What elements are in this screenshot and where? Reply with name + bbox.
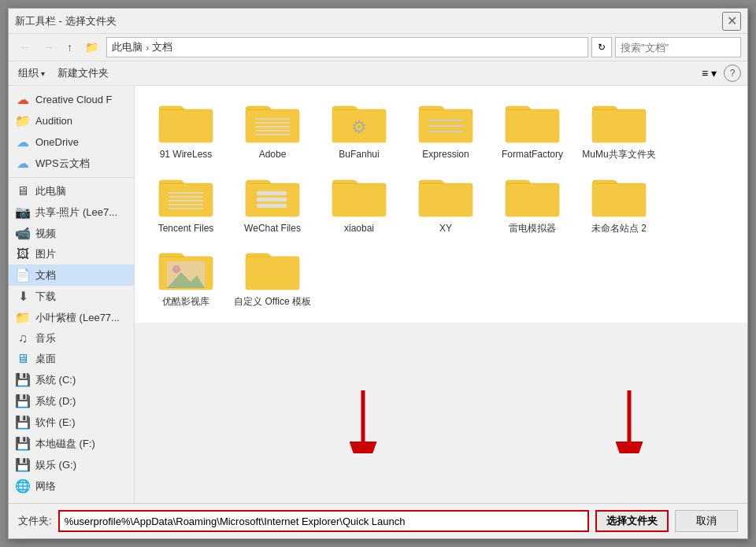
sidebar-item-creative-cloud[interactable]: ☁Creative Cloud F xyxy=(9,89,134,110)
svg-rect-36 xyxy=(419,188,472,216)
file-picker-dialog: 新工具栏 - 选择文件夹 ✕ ← → ↑ 📁 此电脑 › 文档 ↻ 🔍 组织 ▾… xyxy=(8,8,748,539)
folder-icon-f12 xyxy=(591,174,647,220)
address-folder: 文档 xyxy=(152,40,172,54)
audition-icon: 📁 xyxy=(15,113,31,128)
bottom-bar: 文件夹: 选择文件夹 取消 xyxy=(9,503,747,538)
folder-input[interactable] xyxy=(58,510,589,532)
wps-cloud-icon: ☁ xyxy=(15,156,31,171)
file-item-f7[interactable]: Tencent Files xyxy=(143,168,229,242)
local-f-icon: 💾 xyxy=(15,436,31,451)
sidebar-item-wps-cloud[interactable]: ☁WPS云文档 xyxy=(9,153,134,174)
file-label-f5: FormatFactory xyxy=(502,149,563,161)
dialog-title: 新工具栏 - 选择文件夹 xyxy=(15,14,117,28)
svg-rect-40 xyxy=(592,188,646,216)
folder-label: 文件夹: xyxy=(18,514,52,528)
this-pc-icon: 🖥 xyxy=(15,184,31,198)
svg-rect-34 xyxy=(332,188,386,216)
svg-rect-30 xyxy=(257,191,287,195)
organize-dropdown-arrow: ▾ xyxy=(41,69,45,78)
sidebar-item-local-f[interactable]: 💾本地磁盘 (F:) xyxy=(9,433,134,454)
file-item-f2[interactable]: Adobe xyxy=(229,94,316,168)
sidebar-item-software-e[interactable]: 💾软件 (E:) xyxy=(9,412,134,433)
file-item-f6[interactable]: MuMu共享文件夹 xyxy=(576,94,662,168)
sidebar-item-desktop[interactable]: 🖥桌面 xyxy=(9,349,134,369)
video-icon: 📹 xyxy=(15,226,31,241)
downloads-icon: ⬇ xyxy=(15,289,31,304)
sidebar-item-system-c[interactable]: 💾系统 (C:) xyxy=(9,369,134,390)
sidebar-item-onedrive[interactable]: ☁OneDrive xyxy=(9,131,134,153)
sidebar-label-audition: Audition xyxy=(35,115,72,127)
file-area-wrapper: 91 WireLess Adobe ⚙ BuFanhui xyxy=(135,86,747,503)
back-button[interactable]: ← xyxy=(15,39,35,56)
file-item-f4[interactable]: Expression xyxy=(402,94,489,168)
help-button[interactable]: ? xyxy=(724,65,741,82)
file-item-f13[interactable]: 优酷影视库 xyxy=(143,241,229,315)
sidebar-item-xiaoyezi[interactable]: 📁小叶紫檀 (Lee77... xyxy=(9,307,134,328)
search-input[interactable] xyxy=(616,42,756,54)
organize-button[interactable]: 组织 ▾ xyxy=(15,65,48,82)
file-label-f13: 优酷影视库 xyxy=(162,296,209,309)
folder-icon-f1 xyxy=(158,100,214,146)
folder-icon-f14 xyxy=(244,247,301,293)
sidebar-item-system-d[interactable]: 💾系统 (D:) xyxy=(9,390,134,412)
title-bar: 新工具栏 - 选择文件夹 ✕ xyxy=(9,9,747,34)
sidebar-item-video[interactable]: 📹视频 xyxy=(9,223,134,244)
file-item-f9[interactable]: xiaobai xyxy=(316,168,402,242)
sidebar-item-shared-photos[interactable]: 📷共享-照片 (Lee7... xyxy=(9,201,134,223)
search-box: 🔍 xyxy=(615,37,741,57)
svg-rect-38 xyxy=(506,188,559,216)
select-folder-button[interactable]: 选择文件夹 xyxy=(595,510,669,532)
svg-rect-31 xyxy=(257,198,287,201)
file-label-f4: Expression xyxy=(422,149,469,161)
refresh-button[interactable]: ↻ xyxy=(591,37,612,57)
system-d-icon: 💾 xyxy=(15,394,31,408)
sidebar-item-pictures[interactable]: 🖼图片 xyxy=(9,244,134,264)
view-controls: ≡ ▾ ? xyxy=(698,65,741,82)
address-bar[interactable]: 此电脑 › 文档 xyxy=(106,37,588,57)
file-label-f11: 雷电模拟器 xyxy=(509,223,556,235)
cancel-button[interactable]: 取消 xyxy=(675,510,738,532)
file-item-f11[interactable]: 雷电模拟器 xyxy=(489,168,576,242)
sidebar-item-music[interactable]: ♫音乐 xyxy=(9,328,134,349)
sidebar-label-video: 视频 xyxy=(35,227,56,241)
file-label-f6: MuMu共享文件夹 xyxy=(582,149,655,161)
file-label-f2: Adobe xyxy=(259,149,287,161)
file-item-f12[interactable]: 未命名站点 2 xyxy=(576,168,662,242)
svg-rect-13 xyxy=(419,114,472,142)
onedrive-icon: ☁ xyxy=(15,135,31,150)
sidebar-item-downloads[interactable]: ⬇下载 xyxy=(9,286,134,307)
svg-rect-18 xyxy=(506,114,559,142)
sidebar-label-this-pc: 此电脑 xyxy=(35,184,66,198)
desktop-icon: 🖥 xyxy=(15,352,31,366)
close-button[interactable]: ✕ xyxy=(722,12,741,31)
sidebar: ☁Creative Cloud F📁Audition☁OneDrive☁WPS云… xyxy=(9,86,135,503)
file-label-f7: Tencent Files xyxy=(158,223,214,235)
folder-icon-f9 xyxy=(331,174,387,220)
sidebar-item-entertainment-g[interactable]: 💾娱乐 (G:) xyxy=(9,454,134,475)
red-arrow-right xyxy=(606,390,653,456)
pictures-icon: 🖼 xyxy=(15,247,31,261)
view-toggle-button[interactable]: ≡ ▾ xyxy=(698,65,721,82)
file-item-f10[interactable]: XY xyxy=(402,168,489,242)
sidebar-item-network[interactable]: 🌐网络 xyxy=(9,475,134,497)
folder-button[interactable]: 📁 xyxy=(80,39,103,56)
file-item-f1[interactable]: 91 WireLess xyxy=(143,94,229,168)
forward-button[interactable]: → xyxy=(39,39,59,56)
new-folder-button[interactable]: 新建文件夹 xyxy=(54,65,112,82)
sidebar-item-audition[interactable]: 📁Audition xyxy=(9,110,134,131)
file-item-f14[interactable]: 自定义 Office 模板 xyxy=(229,241,316,315)
file-item-f3[interactable]: ⚙ BuFanhui xyxy=(316,94,402,168)
sidebar-item-this-pc[interactable]: 🖥此电脑 xyxy=(9,181,134,201)
file-label-f9: xiaobai xyxy=(344,223,374,235)
sidebar-label-pictures: 图片 xyxy=(35,247,56,261)
up-button[interactable]: ↑ xyxy=(62,39,77,56)
file-item-f8[interactable]: WeChat Files xyxy=(229,168,316,242)
sidebar-item-documents[interactable]: 📄文档 xyxy=(9,264,134,286)
file-label-f12: 未命名站点 2 xyxy=(591,223,647,235)
file-item-f5[interactable]: FormatFactory xyxy=(489,94,576,168)
nav-toolbar: ← → ↑ 📁 此电脑 › 文档 ↻ 🔍 xyxy=(9,34,747,61)
folder-icon-f11 xyxy=(504,174,561,220)
sidebar-label-onedrive: OneDrive xyxy=(35,136,79,148)
svg-rect-32 xyxy=(257,204,287,208)
sidebar-label-system-c: 系统 (C:) xyxy=(35,373,76,387)
